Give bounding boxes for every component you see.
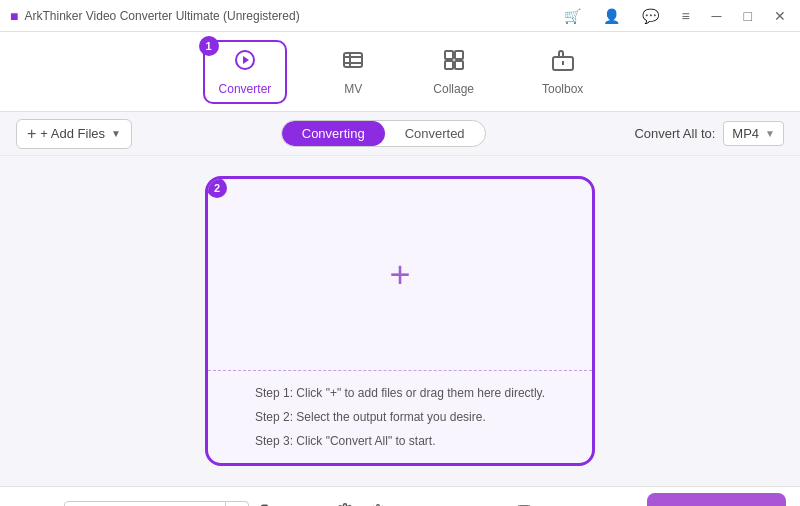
add-files-label: + Add Files <box>40 126 105 141</box>
convert-all-to-label: Convert All to: <box>634 126 715 141</box>
svg-rect-7 <box>455 51 463 59</box>
add-files-button[interactable]: + + Add Files ▼ <box>16 119 132 149</box>
user-icon[interactable]: 👤 <box>599 6 624 26</box>
toolbox-icon <box>551 48 575 78</box>
footer: Save to: C:\ArkThinker\ArkThinke...rter … <box>0 486 800 506</box>
format-value: MP4 <box>732 126 759 141</box>
save-path-dropdown[interactable]: ▼ <box>225 502 248 506</box>
converter-icon <box>233 48 257 78</box>
drop-zone-inner[interactable]: + <box>208 179 592 371</box>
save-path-text: C:\ArkThinker\ArkThinke...rter Ultimate\… <box>65 502 225 507</box>
open-folder-icon[interactable] <box>255 498 283 507</box>
svg-marker-1 <box>243 56 249 64</box>
nav-badge-converter: 1 <box>199 36 219 56</box>
main-area: 2 + Step 1: Click "+" to add files or dr… <box>0 156 800 486</box>
nav-item-toolbox[interactable]: Toolbox <box>528 42 597 102</box>
minimize-icon[interactable]: ─ <box>708 6 726 26</box>
convert-all-to-section: Convert All to: MP4 ▼ <box>634 121 784 146</box>
svg-rect-2 <box>344 53 362 67</box>
add-icon: + <box>27 125 36 143</box>
nav-item-converter[interactable]: 1 Converter <box>203 40 288 104</box>
svg-rect-9 <box>455 61 463 69</box>
add-files-dropdown-arrow[interactable]: ▼ <box>111 128 121 139</box>
menu-icon[interactable]: ≡ <box>677 6 693 26</box>
mv-icon <box>341 48 365 78</box>
title-bar: ■ ArkThinker Video Converter Ultimate (U… <box>0 0 800 32</box>
tab-converted[interactable]: Converted <box>385 121 485 146</box>
nav-toolbar: 1 Converter MV <box>0 32 800 112</box>
more-settings-icon[interactable]: ▼ <box>369 498 397 507</box>
title-bar-right: 🛒 👤 💬 ≡ ─ □ ✕ <box>560 6 790 26</box>
cart-icon[interactable]: 🛒 <box>560 6 585 26</box>
tab-group: Converting Converted <box>281 120 486 147</box>
settings-icon[interactable] <box>331 498 359 507</box>
nav-label-toolbox: Toolbox <box>542 82 583 96</box>
title-bar-left: ■ ArkThinker Video Converter Ultimate (U… <box>10 8 300 24</box>
footer-right: Merge into one file Convert All <box>517 493 787 506</box>
format-select[interactable]: MP4 ▼ <box>723 121 784 146</box>
tab-converting[interactable]: Converting <box>282 121 385 146</box>
flash-icon[interactable]: OFF <box>293 498 321 507</box>
instruction-step2: Step 2: Select the output format you des… <box>255 405 545 429</box>
nav-label-mv: MV <box>344 82 362 96</box>
footer-action-icons: OFF ▼ <box>255 498 397 507</box>
nav-item-collage[interactable]: Collage <box>419 42 488 102</box>
app-icon: ■ <box>10 8 18 24</box>
drop-zone-plus-icon: + <box>389 257 410 293</box>
nav-label-collage: Collage <box>433 82 474 96</box>
chat-icon[interactable]: 💬 <box>638 6 663 26</box>
svg-rect-6 <box>445 51 453 59</box>
svg-rect-8 <box>445 61 453 69</box>
convert-all-button[interactable]: Convert All <box>647 493 786 506</box>
app-title: ArkThinker Video Converter Ultimate (Unr… <box>24 9 299 23</box>
nav-label-converter: Converter <box>219 82 272 96</box>
sub-toolbar: + + Add Files ▼ Converting Converted Con… <box>0 112 800 156</box>
save-path-box: C:\ArkThinker\ArkThinke...rter Ultimate\… <box>64 501 249 507</box>
maximize-icon[interactable]: □ <box>740 6 756 26</box>
instruction-step3: Step 3: Click "Convert All" to start. <box>255 429 545 453</box>
drop-zone[interactable]: 2 + Step 1: Click "+" to add files or dr… <box>205 176 595 466</box>
collage-icon <box>442 48 466 78</box>
instruction-step1: Step 1: Click "+" to add files or drag t… <box>255 381 545 405</box>
save-to-section: Save to: C:\ArkThinker\ArkThinke...rter … <box>14 498 397 507</box>
close-icon[interactable]: ✕ <box>770 6 790 26</box>
format-dropdown-arrow: ▼ <box>765 128 775 139</box>
nav-item-mv[interactable]: MV <box>327 42 379 102</box>
drop-zone-instructions: Step 1: Click "+" to add files or drag t… <box>239 371 561 463</box>
drop-zone-badge: 2 <box>207 178 227 198</box>
